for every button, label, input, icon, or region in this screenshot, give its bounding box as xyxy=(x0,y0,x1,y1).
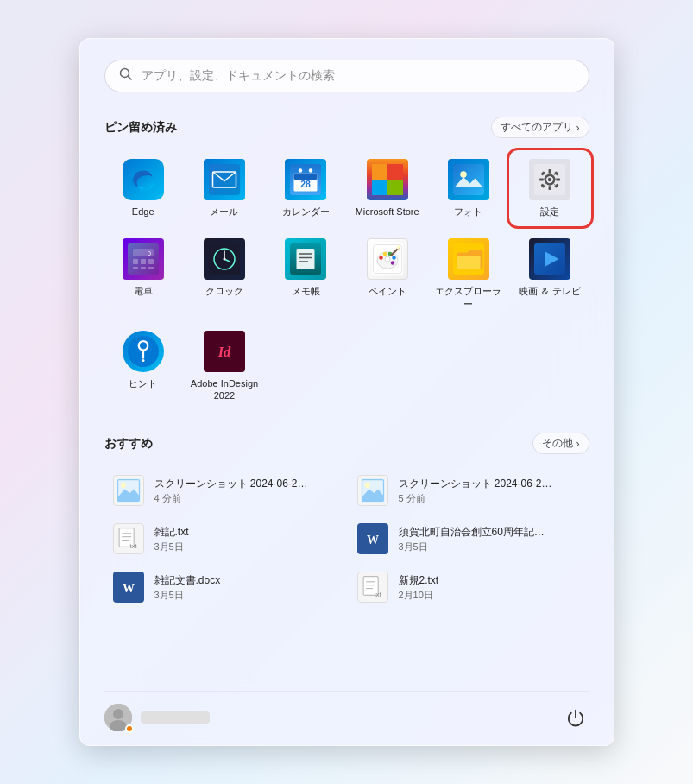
user-name-placeholder xyxy=(141,711,210,724)
mail-icon xyxy=(204,159,245,200)
photos-label: フォト xyxy=(454,205,482,218)
svg-rect-25 xyxy=(557,179,561,181)
ss2-name: スクリーンショット 2024-06-28 112747.... xyxy=(399,477,554,491)
tips-icon xyxy=(123,331,164,372)
svg-point-71 xyxy=(120,483,125,488)
rec-item-ss2[interactable]: スクリーンショット 2024-06-28 112747.... 5 分前 xyxy=(349,468,589,513)
bottom-bar xyxy=(104,691,589,745)
svg-rect-3 xyxy=(209,164,240,195)
svg-rect-15 xyxy=(453,164,484,195)
app-item-mail[interactable]: メール xyxy=(186,152,263,224)
ss2-time: 5 分前 xyxy=(399,492,554,505)
svg-rect-45 xyxy=(297,249,315,269)
user-section[interactable] xyxy=(104,704,210,731)
chevron-right-icon: › xyxy=(576,122,580,134)
recommended-section-header: おすすめ その他 › xyxy=(104,433,589,454)
svg-text:txt: txt xyxy=(374,591,381,598)
all-apps-label: すべてのアプリ xyxy=(501,120,573,135)
app-item-calc[interactable]: 0 電卓 xyxy=(104,231,182,317)
edge-label: Edge xyxy=(132,205,154,218)
app-item-tips[interactable]: ヒント xyxy=(104,324,182,409)
svg-point-8 xyxy=(299,168,303,173)
calc-label: 電卓 xyxy=(134,285,153,297)
ss1-icon xyxy=(113,475,144,506)
svg-text:Id: Id xyxy=(217,344,231,360)
svg-point-52 xyxy=(379,256,383,261)
settings-label: 設定 xyxy=(540,205,559,218)
rec-item-ss1[interactable]: スクリーンショット 2024-06-28 112842.... 4 分前 xyxy=(104,468,345,513)
svg-point-57 xyxy=(385,256,390,262)
svg-rect-23 xyxy=(549,187,551,191)
chevron-right-icon-rec: › xyxy=(576,438,580,450)
rec-item-word1[interactable]: W 須賀北町自治会創立60周年記念会... 3月5日 xyxy=(349,516,589,561)
svg-line-1 xyxy=(128,77,131,80)
start-menu: アプリ、設定、ドキュメントの検索 ピン留め済み すべてのアプリ › xyxy=(79,38,614,746)
movies-label: 映画 ＆ テレビ xyxy=(519,285,581,297)
pinned-section-header: ピン留め済み すべてのアプリ › xyxy=(104,117,589,138)
app-item-indesign[interactable]: Id Adobe InDesign 2022 xyxy=(186,324,263,409)
store-label: Microsoft Store xyxy=(356,205,419,218)
ss1-name: スクリーンショット 2024-06-28 112842.... xyxy=(154,477,310,491)
notepad-label: メモ帳 xyxy=(292,285,320,297)
mail-label: メール xyxy=(210,205,238,218)
app-item-store[interactable]: Microsoft Store xyxy=(349,152,426,224)
rec-item-txt2[interactable]: txt 新規2.txt 2月10日 xyxy=(349,565,589,610)
svg-rect-14 xyxy=(387,180,403,195)
app-item-clock[interactable]: クロック xyxy=(186,231,263,317)
user-status-dot xyxy=(125,724,134,733)
photos-icon xyxy=(448,159,489,200)
all-apps-button[interactable]: すべてのアプリ › xyxy=(491,117,589,138)
svg-point-75 xyxy=(364,483,369,488)
svg-text:W: W xyxy=(367,534,379,547)
clock-label: クロック xyxy=(205,285,243,297)
word1-time: 3月5日 xyxy=(399,541,554,553)
clock-icon xyxy=(204,238,245,280)
search-bar[interactable]: アプリ、設定、ドキュメントの検索 xyxy=(104,60,589,92)
app-item-edge[interactable]: Edge xyxy=(104,152,182,224)
word1-text: 須賀北町自治会創立60周年記念会... 3月5日 xyxy=(399,525,554,553)
svg-rect-35 xyxy=(148,259,154,264)
txt2-time: 2月10日 xyxy=(399,589,439,602)
svg-rect-36 xyxy=(133,267,138,269)
svg-rect-34 xyxy=(141,259,146,264)
app-item-notepad[interactable]: メモ帳 xyxy=(267,231,344,317)
svg-rect-11 xyxy=(372,164,387,180)
search-placeholder: アプリ、設定、ドキュメントの検索 xyxy=(142,68,575,84)
other-label: その他 xyxy=(542,436,573,451)
paint-icon xyxy=(367,238,408,280)
docx1-name: 雑記文書.docx xyxy=(154,573,221,588)
txt2-name: 新規2.txt xyxy=(399,573,439,588)
svg-point-55 xyxy=(392,256,396,261)
svg-rect-33 xyxy=(133,259,138,264)
notepad-icon xyxy=(285,238,326,280)
pinned-title: ピン留め済み xyxy=(104,120,177,136)
app-item-movies[interactable]: 映画 ＆ テレビ xyxy=(511,231,589,317)
rec-item-docx1[interactable]: W 雑記文書.docx 3月5日 xyxy=(104,565,345,610)
app-item-paint[interactable]: ペイント xyxy=(349,231,426,317)
svg-point-56 xyxy=(390,262,394,266)
svg-text:txt: txt xyxy=(129,542,137,550)
rec-item-notes[interactable]: txt 雑記.txt 3月5日 xyxy=(104,516,345,561)
notes-time: 3月5日 xyxy=(154,541,189,553)
svg-point-53 xyxy=(382,252,387,256)
notes-name: 雑記.txt xyxy=(154,525,189,540)
edge-icon xyxy=(123,159,164,200)
avatar xyxy=(104,704,132,731)
app-item-explorer[interactable]: エクスプローラー xyxy=(430,231,507,317)
app-item-settings[interactable]: 設定 xyxy=(511,152,589,224)
docx1-text: 雑記文書.docx 3月5日 xyxy=(154,573,221,602)
ss1-time: 4 分前 xyxy=(154,492,310,505)
ss2-text: スクリーンショット 2024-06-28 112747.... 5 分前 xyxy=(399,477,554,505)
svg-text:28: 28 xyxy=(300,179,311,189)
app-item-photos[interactable]: フォト xyxy=(430,152,507,224)
other-button[interactable]: その他 › xyxy=(532,433,589,454)
ss1-text: スクリーンショット 2024-06-28 112842.... 4 分前 xyxy=(154,477,310,505)
explorer-icon xyxy=(448,238,489,280)
power-button[interactable] xyxy=(562,704,589,731)
tips-label: ヒント xyxy=(129,377,157,389)
svg-point-66 xyxy=(142,359,144,362)
search-icon xyxy=(119,67,133,85)
indesign-icon: Id xyxy=(204,331,245,372)
word1-name: 須賀北町自治会創立60周年記念会... xyxy=(399,525,554,540)
app-item-calendar[interactable]: 28 カレンダー xyxy=(267,152,344,224)
